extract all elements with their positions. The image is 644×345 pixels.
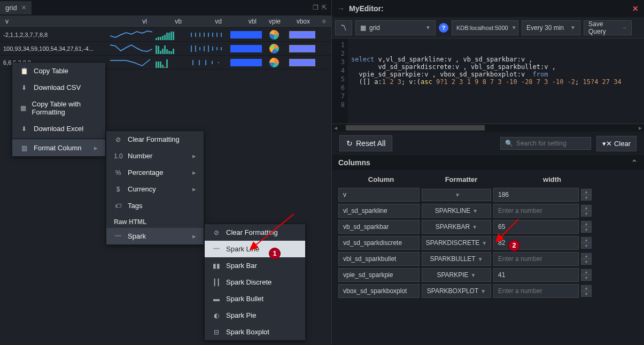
menu-number[interactable]: 1.0Number▸ (106, 148, 204, 164)
column-row: vd_sd_sparkdiscreteSPARKDISCRETE▼▲▼ (338, 236, 638, 250)
sparkdiscrete-cell (187, 57, 227, 68)
menu-spark-pie[interactable]: ◐Spark Pie (205, 307, 305, 324)
clear-icon: ⊘ (114, 136, 122, 143)
close-icon[interactable]: ✕ (21, 4, 26, 11)
col-header-vl[interactable]: vl (107, 18, 152, 25)
column-row: vbox_sd_sparkboxplotSPARKBOXPLOT▼▲▼ (338, 284, 638, 298)
line-gutter: 12345678 (332, 39, 348, 124)
formatter-dropdown[interactable]: ▼ (422, 189, 491, 201)
col-header-vb[interactable]: vb (152, 18, 187, 25)
menu-clear-formatting[interactable]: ⊘Clear Formatting (106, 131, 204, 148)
editor-toolbar: 〽 ▦grid▼ ? KDB:localhost:5000▼ Every 30 … (332, 17, 644, 39)
columns-section-header[interactable]: Columns⌃ (332, 155, 644, 170)
header-formatter: Formatter (424, 175, 499, 183)
download-icon: ⬇ (20, 84, 28, 91)
menu-spark-bar[interactable]: ▮▮Spark Bar (205, 257, 305, 274)
menu-spark[interactable]: 〰Spark▸ (106, 228, 204, 244)
width-input[interactable] (493, 188, 579, 202)
column-name-input[interactable]: vbox_sd_sparkboxplot (338, 284, 420, 298)
connection-dropdown[interactable]: KDB:localhost:5000▼ (452, 20, 518, 35)
submenu-format: ⊘Clear Formatting 1.0Number▸ %Percentage… (106, 131, 204, 245)
menu-spark-bullet[interactable]: ▬Spark Bullet (205, 290, 305, 307)
column-name-input[interactable]: v (338, 188, 420, 202)
hamburger-icon[interactable]: ≡ (319, 18, 329, 25)
grid-dropdown[interactable]: ▦grid▼ (355, 20, 436, 35)
column-name-input[interactable]: vb_sd_sparkbar (338, 220, 420, 234)
settings-search[interactable]: 🔍 (500, 137, 591, 150)
width-stepper[interactable]: ▲▼ (581, 285, 592, 297)
sparkline-cell (107, 57, 152, 68)
column-name-input[interactable]: vl_sd_sparkline (338, 204, 420, 218)
width-input[interactable] (493, 268, 579, 282)
col-header-vpie[interactable]: vpie (262, 18, 286, 25)
tab-grid[interactable]: grid ✕ (0, 1, 32, 14)
window-toggle-icon[interactable]: ❐ (313, 4, 319, 11)
formatter-dropdown[interactable]: SPARKBULLET▼ (422, 252, 491, 266)
width-stepper[interactable]: ▲▼ (581, 269, 592, 281)
menu-spark-discrete[interactable]: ┃┃Spark Discrete (205, 274, 305, 290)
chevron-right-icon[interactable]: → (337, 4, 345, 13)
table-row[interactable]: 100,93,34,59,100,54,34,27,61,-4... (0, 42, 331, 56)
width-stepper[interactable]: ▲▼ (581, 253, 592, 265)
column-name-input[interactable]: vbl_sd_sparkbullet (338, 252, 420, 266)
line-icon: 〰 (212, 246, 221, 253)
chevron-right-icon: ▸ (192, 168, 196, 177)
reset-all-button[interactable]: ↻Reset All (339, 135, 392, 151)
formatter-dropdown[interactable]: SPARKPIE▼ (422, 268, 491, 282)
column-name-input[interactable]: vd_sd_sparkdiscrete (338, 236, 420, 250)
col-header-vbox[interactable]: vbox (286, 18, 315, 25)
col-header-v[interactable]: v (0, 18, 107, 25)
menu-copy-table[interactable]: 📋Copy Table (12, 63, 105, 79)
table-icon: ▦ (20, 104, 27, 112)
close-icon[interactable]: ✕ (632, 4, 639, 13)
width-input[interactable] (493, 252, 579, 266)
menu-format-column[interactable]: ▥Format Column▸ (12, 140, 105, 156)
horizontal-scrollbar[interactable]: ◂▸ (332, 124, 644, 132)
code-editor[interactable]: 12345678 select v,vl_sd_sparkline:v , vb… (332, 39, 644, 124)
clear-button[interactable]: ▾✕Clear (596, 136, 637, 151)
formatter-dropdown[interactable]: SPARKBOXPLOT▼ (422, 284, 491, 298)
help-icon[interactable]: ? (439, 23, 448, 33)
chevron-right-icon: ▸ (192, 232, 196, 240)
search-icon: 🔍 (505, 140, 513, 147)
sparkpie-cell (262, 44, 286, 53)
column-name-input[interactable]: vpie_sd_sparkpie (338, 268, 420, 282)
menu-percentage[interactable]: %Percentage▸ (106, 164, 204, 181)
menu-copy-formatted[interactable]: ▦Copy Table with Formatting (12, 96, 105, 120)
column-row: vpie_sd_sparkpieSPARKPIE▼▲▼ (338, 268, 638, 282)
chart-icon-button[interactable]: 〽 (335, 20, 352, 35)
col-header-vd[interactable]: vd (187, 18, 227, 25)
width-stepper[interactable]: ▲▼ (581, 237, 592, 249)
formatter-dropdown[interactable]: SPARKBAR▼ (422, 220, 491, 234)
header-column: Column (338, 175, 424, 183)
code-content[interactable]: select v,vl_sd_sparkline:v , vb_sd_spark… (348, 39, 644, 124)
filter-icon: ▾✕ (602, 140, 612, 148)
sparkbox-cell (286, 59, 315, 66)
clear-icon: ⊘ (212, 229, 221, 236)
sparkbar-cell (152, 43, 187, 54)
menu-currency[interactable]: $Currency▸ (106, 181, 204, 197)
callout-2: 2 (508, 240, 520, 251)
width-stepper[interactable]: ▲▼ (581, 221, 592, 233)
refresh-icon: ↻ (346, 139, 353, 148)
interval-dropdown[interactable]: Every 30 min▼ (522, 20, 580, 35)
raw-html-label: Raw HTML (106, 214, 204, 228)
width-stepper[interactable]: ▲▼ (581, 189, 592, 201)
table-row[interactable]: -2,1,1,2,3,7,7,8,8 (0, 28, 331, 42)
width-input[interactable] (493, 284, 579, 298)
menu-tags[interactable]: 🏷Tags (106, 197, 204, 214)
formatter-dropdown[interactable]: SPARKLINE▼ (422, 204, 491, 218)
width-stepper[interactable]: ▲▼ (581, 205, 592, 217)
popout-icon[interactable]: ⇱ (322, 4, 327, 11)
column-row: v▼▲▼ (338, 188, 638, 202)
formatter-dropdown[interactable]: SPARKDISCRETE▼ (422, 236, 491, 250)
save-query-button[interactable]: Save Query→ (584, 20, 632, 35)
menu-download-excel[interactable]: ⬇Download Excel (12, 120, 105, 137)
menu-spark-boxplot[interactable]: ⊟Spark Boxplot (205, 324, 305, 340)
sparkline-cell (107, 29, 152, 40)
number-icon: 1.0 (114, 152, 122, 160)
col-header-vbl[interactable]: vbl (227, 18, 262, 25)
search-input[interactable] (516, 140, 586, 147)
menu-download-csv[interactable]: ⬇Download CSV (12, 79, 105, 96)
chevron-right-icon: ▸ (94, 144, 98, 152)
